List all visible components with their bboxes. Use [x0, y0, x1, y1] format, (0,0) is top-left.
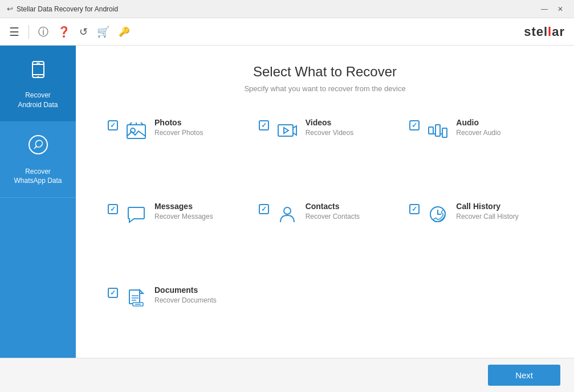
key-icon[interactable]: 🔑	[119, 26, 130, 37]
videos-icon	[275, 118, 300, 143]
call-history-text: Call History Recover Call History	[456, 202, 542, 220]
content-title: Select What to Recover	[103, 64, 547, 80]
documents-name: Documents	[154, 285, 241, 295]
audio-name: Audio	[456, 118, 542, 127]
messages-desc: Recover Messages	[154, 213, 241, 220]
svg-point-15	[284, 207, 291, 214]
sidebar-item-recover-android[interactable]: RecoverAndroid Data	[0, 46, 76, 122]
audio-desc: Recover Audio	[456, 129, 542, 137]
photos-desc: Recover Photos	[154, 129, 241, 137]
svg-point-5	[29, 136, 47, 154]
documents-checkbox[interactable]	[108, 288, 118, 298]
photos-text: Photos Recover Photos	[154, 118, 241, 137]
svg-rect-6	[127, 125, 145, 138]
content-area: Select What to Recover Specify what you …	[76, 46, 574, 358]
title-bar-controls: — ✕	[538, 3, 567, 15]
sidebar-item-android-label: RecoverAndroid Data	[18, 91, 58, 110]
stellar-logo: stellar	[524, 24, 565, 39]
contacts-icon	[275, 202, 300, 227]
toolbar: ☰ ⓘ ❓ ↺ 🛒 🔑 stellar	[0, 18, 574, 46]
call-history-desc: Recover Call History	[456, 213, 542, 220]
recovery-item-contacts: Contacts Recover Contacts	[254, 197, 396, 265]
title-bar-icon: ↩	[7, 5, 13, 13]
toolbar-divider	[29, 25, 29, 39]
info-icon[interactable]: ⓘ	[38, 25, 48, 39]
recovery-item-audio: Audio Recover Audio	[405, 113, 547, 181]
call-history-checkbox[interactable]	[409, 204, 420, 214]
title-bar-left: ↩ Stellar Data Recovery for Android	[7, 5, 118, 13]
android-phone-icon	[27, 57, 50, 85]
svg-rect-11	[435, 125, 440, 136]
sidebar-item-whatsapp-label: RecoverWhatsApp Data	[14, 167, 62, 186]
photos-name: Photos	[154, 118, 241, 127]
svg-rect-4	[36, 63, 40, 64]
documents-desc: Recover Documents	[154, 296, 241, 304]
close-button[interactable]: ✕	[553, 3, 567, 15]
sidebar-item-recover-whatsapp[interactable]: RecoverWhatsApp Data	[0, 122, 76, 198]
cart-icon[interactable]: 🛒	[97, 26, 109, 38]
svg-rect-17	[129, 290, 140, 304]
contacts-text: Contacts Recover Contacts	[306, 202, 392, 220]
main-layout: RecoverAndroid Data RecoverWhatsApp Data…	[0, 46, 574, 358]
toolbar-left: ☰ ⓘ ❓ ↺ 🛒 🔑	[9, 25, 130, 39]
messages-icon	[124, 202, 149, 227]
photos-checkbox[interactable]	[108, 120, 118, 130]
svg-rect-14	[442, 128, 447, 137]
recovery-item-call-history: Call History Recover Call History	[405, 197, 547, 265]
audio-checkbox[interactable]	[409, 120, 420, 130]
recovery-item-photos: Photos Recover Photos	[103, 113, 245, 181]
title-bar: ↩ Stellar Data Recovery for Android — ✕	[0, 0, 574, 18]
call-history-icon	[425, 202, 450, 227]
recovery-item-documents: Documents Recover Documents	[103, 281, 245, 349]
title-bar-title: Stellar Data Recovery for Android	[17, 5, 118, 13]
contacts-name: Contacts	[306, 202, 392, 211]
photos-icon	[124, 118, 149, 143]
svg-point-3	[37, 76, 39, 78]
documents-text: Documents Recover Documents	[154, 285, 241, 304]
content-subtitle: Specify what you want to recover from th…	[103, 84, 547, 93]
recovery-item-messages: Messages Recover Messages	[103, 197, 245, 265]
videos-desc: Recover Videos	[306, 129, 392, 137]
contacts-checkbox[interactable]	[259, 204, 269, 214]
refresh-icon[interactable]: ↺	[79, 26, 88, 38]
contacts-desc: Recover Contacts	[306, 213, 392, 220]
messages-text: Messages Recover Messages	[154, 202, 241, 220]
svg-rect-8	[278, 125, 293, 136]
recovery-grid: Photos Recover Photos Videos Recover Vid…	[103, 113, 547, 349]
audio-icon	[425, 118, 450, 143]
sidebar: RecoverAndroid Data RecoverWhatsApp Data	[0, 46, 76, 358]
bottom-bar: Next	[0, 358, 574, 392]
help-icon[interactable]: ❓	[58, 26, 70, 38]
svg-marker-9	[284, 128, 288, 133]
videos-name: Videos	[306, 118, 392, 127]
videos-text: Videos Recover Videos	[306, 118, 392, 137]
messages-name: Messages	[154, 202, 241, 211]
call-history-name: Call History	[456, 202, 542, 211]
audio-text: Audio Recover Audio	[456, 118, 542, 137]
messages-checkbox[interactable]	[108, 204, 118, 214]
svg-rect-10	[429, 127, 433, 134]
recovery-item-videos: Videos Recover Videos	[254, 113, 396, 181]
minimize-button[interactable]: —	[538, 3, 551, 15]
menu-icon[interactable]: ☰	[9, 25, 19, 39]
whatsapp-icon	[27, 133, 50, 161]
documents-icon	[124, 285, 149, 311]
next-button[interactable]: Next	[488, 365, 560, 386]
content-header: Select What to Recover Specify what you …	[103, 64, 547, 93]
videos-checkbox[interactable]	[259, 120, 269, 130]
